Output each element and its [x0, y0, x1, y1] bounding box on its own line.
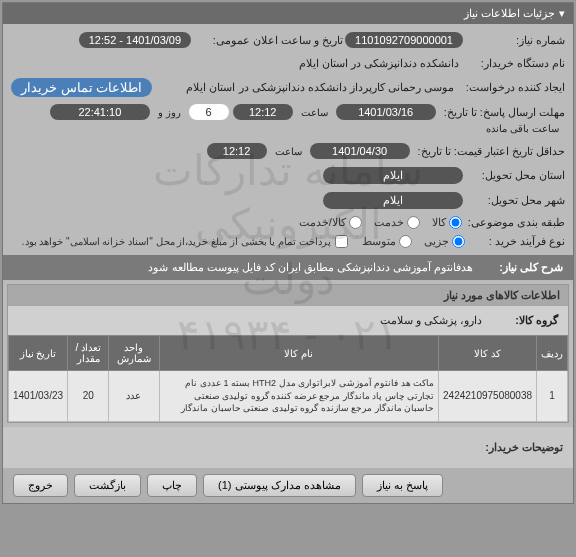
public-date-label: تاریخ و ساعت اعلان عمومی: — [193, 34, 343, 47]
remain-suffix: ساعت باقی مانده — [480, 121, 565, 136]
city-value: ایلام — [323, 192, 463, 209]
buyer-org-value: دانشکده دندانپزشکی در استان ایلام — [293, 55, 465, 72]
panel-title: جزئیات اطلاعات نیاز — [464, 7, 555, 20]
back-button[interactable]: بازگشت — [74, 474, 141, 497]
cell-code: 2424210975080038 — [439, 371, 537, 422]
exit-button[interactable]: خروج — [13, 474, 68, 497]
remain-days: 6 — [189, 104, 229, 120]
col-code: کد کالا — [439, 336, 537, 371]
remain-time: 22:41:10 — [50, 104, 150, 120]
goods-group-value: دارو، پزشکی و سلامت — [374, 312, 488, 329]
overall-desc-bar: شرح کلی نیاز: هدفانتوم آموزشی دندانپزشکی… — [3, 255, 573, 280]
col-unit: واحد شمارش — [109, 336, 159, 371]
public-date-value: 1401/03/09 - 12:52 — [79, 32, 191, 48]
attachments-button[interactable]: مشاهده مدارک پیوستی (1) — [203, 474, 356, 497]
cell-qty: 20 — [68, 371, 109, 422]
treasury-checkbox[interactable] — [335, 235, 348, 248]
valid-date: 1401/04/30 — [310, 143, 410, 159]
city-label: شهر محل تحویل: — [465, 194, 565, 207]
radio-both[interactable]: کالا/خدمت — [299, 216, 362, 229]
radio-medium-input[interactable] — [399, 235, 412, 248]
topic-class-label: طبقه بندی موضوعی: — [462, 216, 565, 229]
deadline-hour: 12:12 — [233, 104, 293, 120]
cell-unit: عدد — [109, 371, 159, 422]
requester-value: موسی رحمانی کارپرداز دانشکده دندانپزشکی … — [152, 79, 459, 96]
radio-goods-input[interactable] — [449, 216, 462, 229]
cell-idx: 1 — [537, 371, 568, 422]
radio-service-input[interactable] — [407, 216, 420, 229]
days-pre: روز و — [152, 105, 187, 120]
radio-goods[interactable]: کالا — [432, 216, 462, 229]
deadline-date: 1401/03/16 — [336, 104, 436, 120]
col-date: تاریخ نیاز — [9, 336, 68, 371]
col-row: ردیف — [537, 336, 568, 371]
need-no-label: شماره نیاز: — [465, 34, 565, 47]
contact-buyer-button[interactable]: اطلاعات تماس خریدار — [11, 78, 152, 97]
buyer-notes-label: توضیحات خریدار: — [485, 441, 563, 453]
province-value: ایلام — [323, 167, 463, 184]
main-panel: ▾ جزئیات اطلاعات نیاز شماره نیاز: 110109… — [2, 2, 574, 504]
radio-medium[interactable]: متوسط — [362, 235, 412, 248]
buy-type-label: نوع فرآیند خرید : — [465, 235, 565, 248]
buy-type-radio-group: جزیی متوسط — [362, 235, 465, 248]
footer-buttons: پاسخ به نیاز مشاهده مدارک پیوستی (1) چاپ… — [3, 468, 573, 503]
treasury-checkbox-row[interactable]: پرداخت تمام یا بخشی از مبلغ خرید،از محل … — [22, 235, 348, 248]
table-row: 1 2424210975080038 ماکت هد فانتوم آموزشی… — [9, 371, 568, 422]
goods-panel: اطلاعات کالاهای مورد نیاز گروه کالا: دار… — [7, 284, 569, 423]
print-button[interactable]: چاپ — [147, 474, 197, 497]
deadline-label: مهلت ارسال پاسخ: تا تاریخ: — [438, 106, 565, 119]
goods-table: ردیف کد کالا نام کالا واحد شمارش تعداد /… — [8, 335, 568, 422]
buyer-org-label: نام دستگاه خریدار: — [465, 57, 565, 70]
respond-button[interactable]: پاسخ به نیاز — [362, 474, 443, 497]
treasury-note: پرداخت تمام یا بخشی از مبلغ خرید،از محل … — [22, 236, 331, 247]
cell-date: 1401/03/23 — [9, 371, 68, 422]
hour-label-1: ساعت — [295, 105, 334, 120]
panel-header: ▾ جزئیات اطلاعات نیاز — [3, 3, 573, 24]
radio-both-input[interactable] — [349, 216, 362, 229]
radio-service[interactable]: خدمت — [374, 216, 420, 229]
col-name: نام کالا — [159, 336, 439, 371]
cell-name: ماکت هد فانتوم آموزشی لابراتواری مدل HTH… — [159, 371, 439, 422]
overall-desc-text: هدفانتوم آموزشی دندانپزشکی مطابق ایران ک… — [148, 261, 473, 274]
col-qty: تعداد / مقدار — [68, 336, 109, 371]
overall-desc-label: شرح کلی نیاز: — [473, 261, 563, 274]
goods-header: اطلاعات کالاهای مورد نیاز — [8, 285, 568, 306]
hour-label-2: ساعت — [269, 144, 308, 159]
chevron-down-icon: ▾ — [559, 7, 565, 20]
radio-partial-input[interactable] — [452, 235, 465, 248]
buyer-notes: توضیحات خریدار: — [3, 427, 573, 468]
requester-label: ایجاد کننده درخواست: — [460, 81, 565, 94]
valid-hour: 12:12 — [207, 143, 267, 159]
radio-partial[interactable]: جزیی — [424, 235, 465, 248]
topic-radio-group: کالا خدمت کالا/خدمت — [299, 216, 462, 229]
details-body: شماره نیاز: 1101092709000001 تاریخ و ساع… — [3, 24, 573, 255]
valid-label: حداقل تاریخ اعتبار قیمت: تا تاریخ: — [412, 145, 565, 158]
province-label: استان محل تحویل: — [465, 169, 565, 182]
need-no-value: 1101092709000001 — [345, 32, 463, 48]
goods-group-label: گروه کالا: — [488, 314, 558, 327]
